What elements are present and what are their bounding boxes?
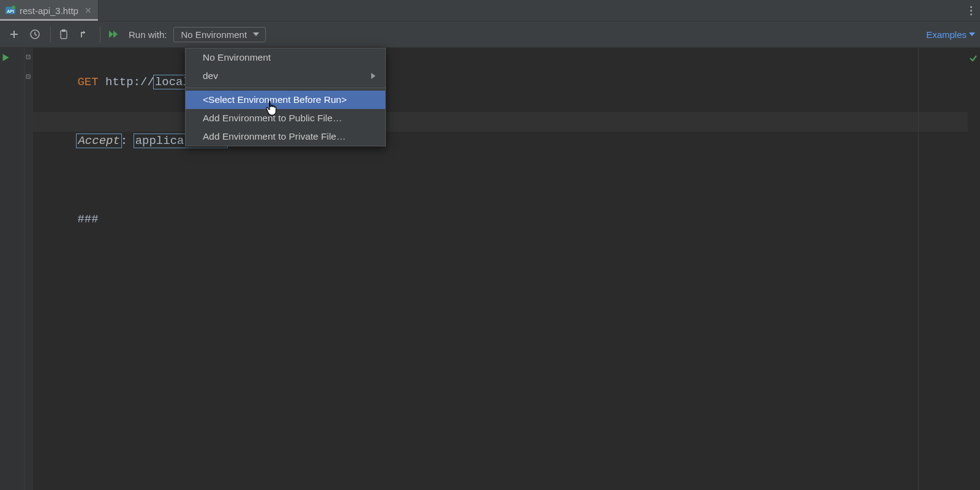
add-request-button[interactable]	[5, 25, 23, 43]
more-menu-icon[interactable]	[962, 0, 980, 21]
fold-start-icon[interactable]	[25, 54, 31, 61]
menu-item-label: Add Environment to Private File…	[203, 131, 345, 142]
tab-bar: API rest-api_3.http ✕	[0, 0, 980, 21]
paste-button[interactable]	[55, 25, 73, 43]
editor-area[interactable]: GET http://localhost: Accept: applicatio…	[0, 48, 980, 490]
header-colon: :	[121, 134, 135, 148]
menu-item-label: dev	[203, 70, 218, 81]
menu-item-label: No Environment	[203, 52, 271, 63]
editor-tab[interactable]: API rest-api_3.http ✕	[0, 0, 99, 21]
http-header-name: Accept	[76, 134, 121, 148]
run-all-button[interactable]	[104, 25, 123, 43]
code-content[interactable]: GET http://localhost: Accept: applicatio…	[33, 48, 968, 490]
chevron-right-icon	[371, 70, 375, 81]
fold-end-icon[interactable]	[25, 74, 31, 81]
analysis-ok-icon[interactable]	[969, 54, 978, 64]
request-separator: ###	[77, 213, 98, 226]
svg-rect-5	[62, 29, 66, 32]
menu-separator	[186, 88, 385, 88]
menu-item-label: <Select Environment Before Run>	[203, 94, 347, 105]
env-option-add-private[interactable]: Add Environment to Private File…	[186, 127, 385, 146]
menu-item-label: Add Environment to Public File…	[203, 113, 342, 124]
env-option-select-before-run[interactable]: <Select Environment Before Run>	[186, 91, 385, 109]
toolbar: Run with: No Environment Examples	[0, 21, 980, 48]
environment-combo[interactable]: No Environment	[173, 27, 266, 42]
analysis-column	[968, 48, 980, 490]
examples-link[interactable]: Examples	[926, 29, 975, 40]
gutter	[0, 48, 24, 490]
toolbar-separator	[50, 26, 51, 42]
environment-selected-value: No Environment	[181, 29, 247, 40]
http-method: GET	[77, 75, 98, 89]
environment-dropdown-popup: No Environment dev <Select Environment B…	[185, 48, 386, 146]
svg-point-2	[12, 6, 15, 9]
tab-filename: rest-api_3.http	[20, 6, 78, 16]
env-option-add-public[interactable]: Add Environment to Public File…	[186, 109, 385, 127]
run-gutter-icon[interactable]	[2, 53, 10, 64]
env-option-dev[interactable]: dev	[186, 67, 385, 85]
run-with-label: Run with:	[129, 29, 167, 40]
convert-button[interactable]	[75, 25, 94, 43]
http-url-scheme: http://	[105, 75, 154, 89]
examples-label: Examples	[926, 29, 967, 40]
fold-column	[24, 48, 33, 490]
svg-text:API: API	[7, 9, 14, 13]
chevron-down-icon	[253, 32, 259, 36]
history-button[interactable]	[26, 25, 44, 43]
http-file-icon: API	[5, 5, 16, 16]
chevron-down-icon	[969, 32, 975, 36]
env-option-no-environment[interactable]: No Environment	[186, 48, 385, 67]
close-tab-icon[interactable]: ✕	[85, 6, 92, 15]
toolbar-separator	[100, 26, 100, 42]
